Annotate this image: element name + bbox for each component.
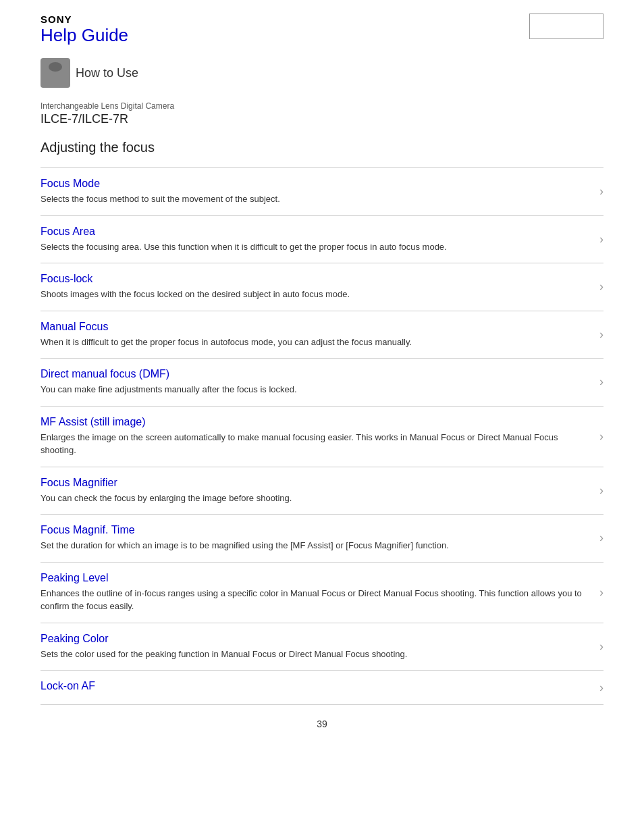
chevron-right-icon: › — [599, 681, 603, 695]
how-to-use-row: How to Use — [41, 58, 603, 88]
item-content: Focus ModeSelects the focus method to su… — [41, 178, 599, 206]
chevron-right-icon: › — [599, 585, 603, 600]
item-content: Focus Magnif. TimeSet the duration for w… — [41, 524, 599, 552]
item-title: Peaking Level — [41, 572, 586, 584]
item-description: Sets the color used for the peaking func… — [41, 648, 586, 661]
chevron-right-icon: › — [599, 280, 603, 294]
header: SONY Help Guide — [41, 14, 603, 53]
list-item[interactable]: Focus Magnif. TimeSet the duration for w… — [41, 514, 603, 562]
item-content: Lock-on AF — [41, 680, 599, 695]
item-title: Focus Magnif. Time — [41, 524, 586, 536]
item-description: Selects the focus method to suit the mov… — [41, 192, 586, 206]
list-item[interactable]: Direct manual focus (DMF)You can make fi… — [41, 358, 603, 406]
chevron-right-icon: › — [599, 184, 603, 199]
search-box[interactable] — [529, 14, 603, 39]
item-description: Enhances the outline of in-focus ranges … — [41, 587, 586, 613]
item-description: Shoots images with the focus locked on t… — [41, 288, 586, 301]
device-model: ILCE-7/ILCE-7R — [41, 112, 603, 126]
item-description: Enlarges the image on the screen automat… — [41, 431, 586, 457]
item-title: Lock-on AF — [41, 680, 586, 692]
camera-icon — [41, 58, 70, 88]
item-title: Peaking Color — [41, 633, 586, 645]
item-description: When it is difficult to get the proper f… — [41, 336, 586, 349]
item-description: You can check the focus by enlarging the… — [41, 492, 586, 505]
item-title: Focus Magnifier — [41, 477, 586, 489]
chevron-right-icon: › — [599, 328, 603, 342]
item-description: Set the duration for which an image is t… — [41, 539, 586, 552]
item-content: Focus MagnifierYou can check the focus b… — [41, 477, 599, 505]
item-content: Focus-lockShoots images with the focus l… — [41, 273, 599, 301]
item-title: Direct manual focus (DMF) — [41, 368, 586, 380]
item-content: Peaking ColorSets the color used for the… — [41, 633, 599, 661]
item-title: Focus Area — [41, 226, 586, 238]
list-item[interactable]: Peaking ColorSets the color used for the… — [41, 623, 603, 671]
logo-area: SONY Help Guide — [41, 14, 128, 53]
help-guide-title: Help Guide — [41, 25, 128, 46]
list-item[interactable]: Focus-lockShoots images with the focus l… — [41, 263, 603, 311]
list-item[interactable]: Lock-on AF› — [41, 670, 603, 705]
list-item[interactable]: Focus AreaSelects the focusing area. Use… — [41, 215, 603, 263]
section-heading: Adjusting the focus — [41, 140, 603, 161]
chevron-right-icon: › — [599, 232, 603, 246]
list-item[interactable]: Focus ModeSelects the focus method to su… — [41, 167, 603, 215]
item-content: Direct manual focus (DMF)You can make fi… — [41, 368, 599, 396]
sony-logo: SONY — [41, 14, 128, 25]
item-title: Manual Focus — [41, 321, 586, 333]
list-item[interactable]: MF Assist (still image)Enlarges the imag… — [41, 406, 603, 467]
item-content: Manual FocusWhen it is difficult to get … — [41, 321, 599, 349]
item-title: MF Assist (still image) — [41, 416, 586, 428]
items-list: Focus ModeSelects the focus method to su… — [41, 167, 603, 705]
chevron-right-icon: › — [599, 531, 603, 545]
item-content: MF Assist (still image)Enlarges the imag… — [41, 416, 599, 457]
list-item[interactable]: Peaking LevelEnhances the outline of in-… — [41, 562, 603, 623]
how-to-use-label: How to Use — [76, 66, 138, 80]
item-content: Peaking LevelEnhances the outline of in-… — [41, 572, 599, 613]
chevron-right-icon: › — [599, 429, 603, 444]
item-title: Focus Mode — [41, 178, 586, 190]
chevron-right-icon: › — [599, 484, 603, 498]
item-description: Selects the focusing area. Use this func… — [41, 240, 586, 254]
list-item[interactable]: Manual FocusWhen it is difficult to get … — [41, 311, 603, 359]
page-number: 39 — [41, 719, 603, 729]
item-description: You can make fine adjustments manually a… — [41, 383, 586, 396]
chevron-right-icon: › — [599, 375, 603, 389]
item-content: Focus AreaSelects the focusing area. Use… — [41, 226, 599, 254]
item-title: Focus-lock — [41, 273, 586, 285]
list-item[interactable]: Focus MagnifierYou can check the focus b… — [41, 467, 603, 515]
chevron-right-icon: › — [599, 640, 603, 654]
device-subtitle: Interchangeable Lens Digital Camera — [41, 101, 603, 111]
